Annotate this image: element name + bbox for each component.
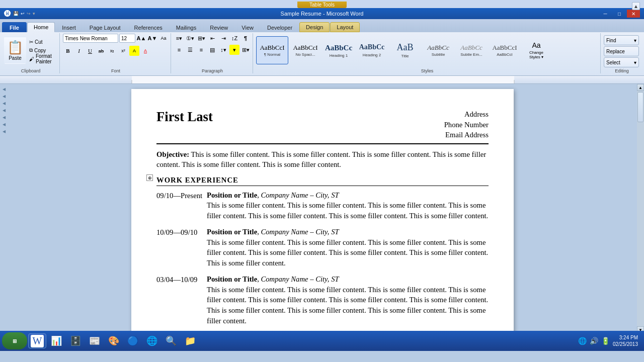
taskbar-publisher[interactable]: 📰	[86, 333, 104, 348]
app5-icon: 🎨	[108, 335, 119, 346]
style-normal-preview: AaBbCcI	[260, 44, 284, 52]
underline-button[interactable]: U	[85, 46, 95, 56]
style-no-spacing-preview: AaBbCcI	[293, 44, 317, 52]
align-center-button[interactable]: ☰	[185, 45, 195, 55]
style-no-spacing[interactable]: AaBbCcI No Spaci...	[289, 36, 321, 64]
style-more[interactable]: AaBbCcI AaBbCcI	[489, 36, 521, 64]
ribbon-collapse-button[interactable]: ▲	[632, 2, 640, 10]
left-sidebar: ◀ ◀ ◀ ◀ ◀ ◀ ◀	[0, 84, 8, 333]
scroll-track[interactable]	[637, 91, 644, 326]
replace-button[interactable]: Replace	[604, 46, 639, 56]
taskbar-explorer[interactable]: 🔵	[124, 333, 142, 348]
text-highlight-button[interactable]: A	[129, 46, 139, 56]
decrease-indent-button[interactable]: ⇤	[207, 33, 217, 43]
numbering-button[interactable]: ①▾	[185, 33, 195, 43]
borders-button[interactable]: ⊞▾	[240, 45, 251, 55]
quick-access-undo[interactable]: ↩	[21, 11, 25, 16]
excel-icon: 📊	[51, 335, 62, 346]
taskbar-files[interactable]: 📁	[181, 333, 199, 348]
taskbar-word[interactable]: W	[28, 333, 46, 348]
align-right-button[interactable]: ≡	[196, 45, 206, 55]
word-logo-icon: 🅦	[4, 10, 11, 18]
tab-references[interactable]: References	[128, 22, 169, 32]
resume-contact: Address Phone Number Email Address	[444, 109, 489, 140]
bold-button[interactable]: B	[63, 46, 73, 56]
cut-button[interactable]: ✂ Cut	[27, 38, 57, 46]
taskbar-access[interactable]: 🗄️	[66, 333, 85, 348]
grow-font-button[interactable]: A▲	[136, 33, 146, 43]
tab-developer[interactable]: Developer	[261, 22, 299, 32]
clear-format-button[interactable]: Aa	[158, 33, 169, 43]
tab-review[interactable]: Review	[203, 22, 234, 32]
subscript-button[interactable]: x₂	[107, 46, 117, 56]
sort-button[interactable]: ↕Z	[229, 33, 239, 43]
tab-mailings[interactable]: Mailings	[170, 22, 203, 32]
align-left-button[interactable]: ≡	[174, 45, 184, 55]
taskbar-app5[interactable]: 🎨	[105, 333, 123, 348]
tab-layout[interactable]: Layout	[330, 22, 360, 32]
expand-arrow-5[interactable]: ◀	[1, 121, 7, 127]
font-color-button[interactable]: A	[140, 46, 150, 56]
change-styles-icon: Aa	[532, 41, 540, 49]
line-spacing-button[interactable]: ↕▾	[218, 45, 228, 55]
shading-button[interactable]: ▾	[229, 45, 239, 55]
expand-arrow-2[interactable]: ◀	[1, 100, 7, 106]
style-normal[interactable]: AaBbCcI ¶ Normal	[256, 36, 288, 64]
expand-arrow-top[interactable]: ◀	[1, 86, 7, 92]
maximize-button[interactable]: □	[613, 10, 626, 18]
scroll-thumb[interactable]	[637, 92, 643, 122]
document-scroll-area[interactable]: ⊕ First Last Address Phone Number Email …	[8, 84, 637, 333]
taskbar-chrome[interactable]: 🌐	[143, 333, 161, 348]
vertical-scrollbar[interactable]: ▲ ▼	[637, 84, 644, 333]
justify-button[interactable]: ▤	[207, 45, 217, 55]
expand-arrow-3[interactable]: ◀	[1, 107, 7, 113]
increase-indent-button[interactable]: ⇥	[218, 33, 228, 43]
expand-arrow-6[interactable]: ◀	[1, 128, 7, 134]
table-move-handle[interactable]: ⊕	[146, 174, 153, 181]
font-section: A▲ A▼ Aa B I U ab x₂ x² A A Font	[61, 33, 171, 73]
shrink-font-button[interactable]: A▼	[147, 33, 157, 43]
strikethrough-button[interactable]: ab	[96, 46, 106, 56]
superscript-button[interactable]: x²	[118, 46, 128, 56]
style-heading1[interactable]: AaBbCc Heading 1	[323, 36, 355, 64]
tab-page-layout[interactable]: Page Layout	[83, 22, 127, 32]
change-styles-button[interactable]: Aa ChangeStyles ▾	[524, 37, 549, 63]
style-more-preview: AaBbCcI	[492, 44, 517, 52]
style-title[interactable]: AaB Title	[389, 36, 421, 64]
find-button[interactable]: Find ▾	[604, 35, 639, 45]
font-family-input[interactable]	[63, 34, 118, 43]
clock: 3:24 PM 02/25/2013	[613, 334, 638, 347]
style-subtitle[interactable]: AaBbCc Subtitle	[422, 36, 454, 64]
speaker-icon: 🔊	[590, 337, 598, 345]
work-text-1: This is some filler content. This is som…	[207, 200, 489, 221]
expand-arrow-1[interactable]: ◀	[1, 93, 7, 99]
taskbar-search[interactable]: 🔍	[162, 333, 180, 348]
scroll-up-button[interactable]: ▲	[637, 84, 644, 91]
select-button[interactable]: Select ▾	[604, 57, 639, 67]
style-no-spacing-label: No Spaci...	[295, 52, 315, 57]
italic-button[interactable]: I	[74, 46, 84, 56]
quick-access-redo[interactable]: ↪	[27, 11, 31, 16]
tab-view[interactable]: View	[235, 22, 260, 32]
tab-insert[interactable]: Insert	[55, 22, 83, 32]
paste-button[interactable]: 📋 Paste	[4, 37, 26, 64]
font-size-input[interactable]	[119, 34, 135, 43]
taskbar-excel[interactable]: 📊	[47, 333, 65, 348]
start-button[interactable]: ⊞	[2, 332, 27, 349]
close-button[interactable]: ✕	[627, 10, 640, 18]
style-subtle-em[interactable]: AaBbCc Subtle Em...	[455, 36, 488, 64]
multilevel-list-button[interactable]: ⊞▾	[196, 33, 206, 43]
quick-access-save[interactable]: 💾	[13, 11, 19, 16]
objective-section: Objective: This is some filler content. …	[156, 149, 489, 170]
tab-file[interactable]: File	[2, 22, 27, 32]
tab-design[interactable]: Design	[299, 22, 330, 32]
minimize-button[interactable]: ─	[599, 10, 612, 18]
tab-home[interactable]: Home	[27, 22, 55, 32]
bullets-button[interactable]: ≡▾	[174, 33, 184, 43]
work-title-3: Position or Title	[207, 275, 257, 283]
show-hide-button[interactable]: ¶	[240, 33, 251, 43]
format-painter-button[interactable]: 🖌 Format Painter	[27, 55, 57, 63]
expand-arrow-4[interactable]: ◀	[1, 114, 7, 120]
quick-access-more[interactable]: ▾	[33, 11, 35, 16]
style-heading2[interactable]: AaBbCc Heading 2	[356, 36, 388, 64]
